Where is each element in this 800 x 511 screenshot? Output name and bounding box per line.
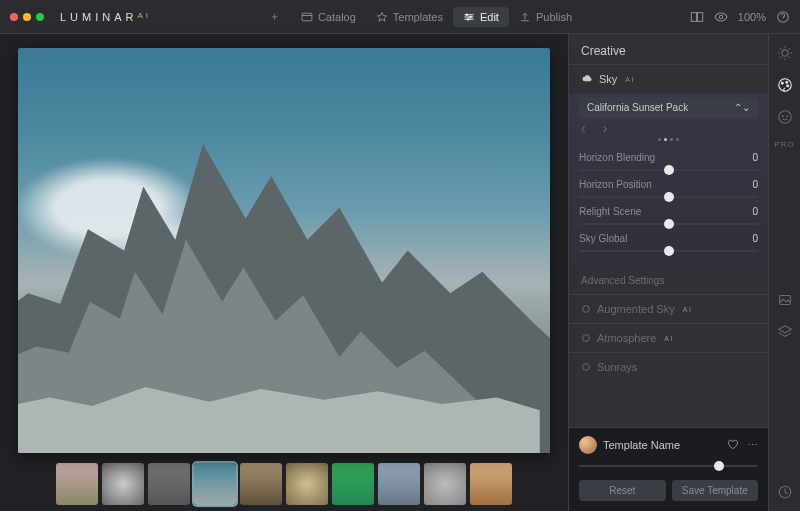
template-amount-slider[interactable] — [579, 460, 758, 472]
layers-tab-icon[interactable] — [776, 323, 794, 341]
svg-rect-4 — [691, 12, 696, 21]
cloud-icon — [581, 73, 593, 85]
svg-point-16 — [778, 111, 790, 123]
tool-icon — [581, 333, 591, 343]
filmstrip-thumb[interactable] — [56, 463, 98, 505]
save-template-button[interactable]: Save Template — [672, 480, 759, 501]
nav-edit[interactable]: Edit — [453, 7, 509, 27]
updown-icon: ⌃⌄ — [734, 102, 750, 113]
edit-icon — [463, 11, 475, 23]
nav-publish-label: Publish — [536, 11, 572, 23]
filmstrip-thumb[interactable] — [424, 463, 466, 505]
tool-label: Sunrays — [597, 361, 637, 373]
plus-icon: ＋ — [269, 11, 281, 23]
panel-title: Creative — [569, 34, 768, 64]
nav-templates-label: Templates — [393, 11, 443, 23]
slider-horizon-blending[interactable] — [579, 164, 758, 176]
sky-pack-select[interactable]: California Sunset Pack ⌃⌄ — [579, 97, 758, 118]
tool-icon — [581, 362, 591, 372]
templates-icon — [376, 11, 388, 23]
reset-button[interactable]: Reset — [579, 480, 666, 501]
sky-next[interactable]: › — [601, 120, 610, 136]
slider-horizon-position[interactable] — [579, 191, 758, 203]
slider-label: Horizon Blending — [579, 152, 655, 163]
filmstrip-thumb[interactable] — [286, 463, 328, 505]
filmstrip-thumb[interactable] — [378, 463, 420, 505]
pro-tab[interactable]: PRO — [774, 140, 794, 149]
filmstrip-thumb[interactable] — [102, 463, 144, 505]
help-icon[interactable] — [776, 10, 790, 24]
nav-add[interactable]: ＋ — [259, 7, 291, 27]
tool-sky-header[interactable]: Sky A I — [569, 65, 768, 93]
app-brand: LUMINARAI — [60, 11, 151, 23]
svg-point-10 — [583, 364, 590, 371]
page-dots — [579, 138, 758, 141]
nav-templates[interactable]: Templates — [366, 7, 453, 27]
advanced-settings-link[interactable]: Advanced Settings — [569, 267, 768, 294]
slider-value: 0 — [752, 152, 758, 163]
svg-point-17 — [782, 116, 783, 117]
ai-badge: A I — [625, 76, 633, 83]
tool-atmosphere-header[interactable]: AtmosphereA I — [569, 324, 768, 352]
creative-tab-icon[interactable] — [776, 76, 794, 94]
svg-rect-0 — [302, 13, 312, 21]
svg-point-8 — [583, 306, 590, 313]
slider-sky-global[interactable] — [579, 245, 758, 257]
nav-catalog[interactable]: Catalog — [291, 7, 366, 27]
tool-label: Atmosphere — [597, 332, 656, 344]
svg-point-18 — [786, 116, 787, 117]
template-avatar — [579, 436, 597, 454]
favorite-icon[interactable] — [727, 439, 739, 452]
publish-icon — [519, 11, 531, 23]
tool-icon — [581, 304, 591, 314]
catalog-icon — [301, 11, 313, 23]
crop-tab-icon[interactable] — [776, 291, 794, 309]
slider-label: Sky Global — [579, 233, 627, 244]
svg-point-1 — [466, 13, 468, 15]
nav-publish[interactable]: Publish — [509, 7, 582, 27]
svg-point-9 — [583, 335, 590, 342]
filmstrip-thumb[interactable] — [194, 463, 236, 505]
sky-grid — [590, 126, 599, 132]
svg-point-12 — [778, 79, 790, 91]
filmstrip-thumb[interactable] — [470, 463, 512, 505]
window-controls[interactable] — [10, 13, 44, 21]
photo-canvas[interactable] — [18, 48, 550, 453]
mountain-shape — [18, 48, 550, 453]
svg-rect-19 — [779, 296, 790, 305]
filmstrip-thumb[interactable] — [332, 463, 374, 505]
ai-badge: A I — [664, 335, 672, 342]
nav-catalog-label: Catalog — [318, 11, 356, 23]
zoom-level[interactable]: 100% — [738, 11, 766, 23]
tool-label: Augmented Sky — [597, 303, 675, 315]
more-icon[interactable]: ⋯ — [747, 439, 758, 452]
filmstrip — [0, 459, 568, 511]
filmstrip-thumb[interactable] — [148, 463, 190, 505]
ai-badge: A I — [683, 306, 691, 313]
history-icon[interactable] — [776, 483, 794, 501]
preview-icon[interactable] — [714, 10, 728, 24]
tool-sunrays-header[interactable]: Sunrays — [569, 353, 768, 381]
compare-icon[interactable] — [690, 10, 704, 24]
svg-rect-5 — [697, 12, 702, 21]
slider-label: Relight Scene — [579, 206, 641, 217]
svg-point-6 — [719, 15, 723, 19]
portrait-tab-icon[interactable] — [776, 108, 794, 126]
svg-point-3 — [467, 18, 469, 20]
slider-label: Horizon Position — [579, 179, 652, 190]
nav-edit-label: Edit — [480, 11, 499, 23]
tool-augmented-sky-header[interactable]: Augmented SkyA I — [569, 295, 768, 323]
sky-prev[interactable]: ‹ — [579, 120, 588, 136]
essentials-tab-icon[interactable] — [776, 44, 794, 62]
slider-value: 0 — [752, 206, 758, 217]
svg-point-13 — [781, 82, 783, 84]
svg-point-11 — [781, 50, 787, 56]
filmstrip-thumb[interactable] — [240, 463, 282, 505]
svg-point-2 — [470, 16, 472, 18]
svg-point-15 — [786, 85, 788, 87]
slider-value: 0 — [752, 179, 758, 190]
svg-point-14 — [785, 81, 787, 83]
slider-relight-scene[interactable] — [579, 218, 758, 230]
sky-pack-label: California Sunset Pack — [587, 102, 688, 113]
slider-value: 0 — [752, 233, 758, 244]
